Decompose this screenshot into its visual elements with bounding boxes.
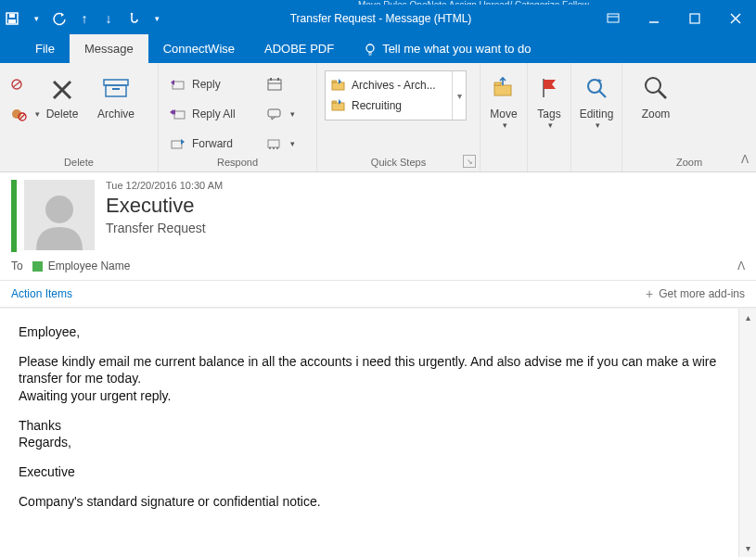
collapse-ribbon-button[interactable]: ᐱ: [741, 153, 749, 166]
svg-line-14: [13, 82, 20, 87]
ribbon-group-tags: Tags▾: [528, 63, 571, 171]
recipient-name: Employee Name: [48, 260, 131, 272]
svg-rect-7: [690, 14, 699, 23]
body-thanks: Thanks: [19, 417, 727, 434]
category-stripe: [11, 180, 17, 252]
scroll-up-icon[interactable]: ▴: [746, 312, 750, 323]
ribbon-group-quick-steps: Archives - Arch... Recruiting ▾ Quick St…: [317, 63, 481, 171]
svg-point-34: [276, 147, 278, 149]
reply-button[interactable]: Reply: [166, 74, 259, 95]
message-sender: Executive: [106, 194, 223, 218]
quick-access-toolbar: ▾ ↑ ↓ ▾: [0, 5, 169, 32]
zoom-icon: [643, 75, 669, 101]
zoom-button[interactable]: Zoom: [630, 69, 682, 146]
quick-step-recruiting[interactable]: Recruiting: [329, 95, 448, 116]
body-greeting: Employee,: [19, 323, 727, 340]
svg-rect-31: [268, 140, 279, 147]
body-footer: Company's standard signature or confiden…: [19, 493, 727, 510]
group-label-editing: [571, 155, 621, 171]
tags-button[interactable]: Tags▾: [529, 69, 570, 146]
editing-button[interactable]: Editing▾: [572, 69, 621, 146]
person-silhouette-icon: [27, 185, 92, 250]
svg-rect-22: [112, 88, 120, 90]
svg-point-43: [45, 196, 73, 223]
collapse-header-button[interactable]: ᐱ: [737, 260, 745, 272]
next-item-button[interactable]: ↓: [96, 5, 121, 32]
more-respond-icon: [266, 137, 283, 150]
svg-rect-30: [268, 109, 280, 117]
svg-rect-29: [277, 78, 279, 81]
qat-dropdown-icon[interactable]: ▾: [24, 5, 48, 32]
svg-rect-4: [608, 14, 619, 22]
quick-steps-dialog-launcher[interactable]: ↘: [463, 155, 476, 168]
junk-button[interactable]: ▾: [7, 104, 33, 124]
maximize-button[interactable]: [674, 5, 715, 32]
find-icon: [585, 77, 608, 99]
previous-item-button[interactable]: ↑: [72, 5, 96, 32]
group-label-respond: Respond: [159, 155, 316, 171]
more-respond-button[interactable]: ▾: [263, 133, 290, 154]
group-label-move: [481, 155, 527, 171]
undo-button[interactable]: [48, 5, 72, 32]
svg-rect-36: [332, 103, 344, 110]
quick-step-archives[interactable]: Archives - Arch...: [329, 75, 448, 95]
scroll-down-icon[interactable]: ▾: [746, 543, 750, 553]
to-label: To: [11, 260, 23, 272]
tell-me-search[interactable]: Tell me what you want to do: [349, 34, 545, 63]
sender-avatar: [24, 180, 95, 250]
tab-connectwise[interactable]: ConnectWise: [148, 34, 250, 63]
archive-icon: [102, 76, 130, 100]
tab-file[interactable]: File: [20, 34, 70, 63]
tab-adobe-pdf[interactable]: ADOBE PDF: [250, 34, 349, 63]
reply-all-button[interactable]: Reply All: [166, 104, 259, 124]
get-more-addins-link[interactable]: + Get more add-ins: [646, 286, 745, 301]
group-label-delete: Delete: [0, 155, 158, 171]
action-items-link[interactable]: Action Items: [11, 287, 72, 300]
minimize-button[interactable]: [634, 5, 674, 32]
svg-line-42: [659, 91, 666, 98]
qat-customize-icon[interactable]: ▾: [145, 5, 169, 32]
meeting-icon: [266, 77, 283, 92]
ribbon-display-options-button[interactable]: [593, 5, 634, 32]
ribbon-group-delete: ▾ Delete Archive Delete: [0, 63, 159, 171]
ignore-button[interactable]: [7, 74, 33, 95]
close-button[interactable]: [715, 5, 756, 32]
delete-button[interactable]: Delete: [37, 69, 87, 146]
message-subject: Transfer Request: [106, 221, 223, 235]
tab-message[interactable]: Message: [70, 34, 148, 63]
svg-point-41: [646, 78, 660, 93]
group-label-quick-steps: Quick Steps: [317, 155, 480, 171]
title-bar: ▾ ↑ ↓ ▾ Transfer Request - Message (HTML…: [0, 5, 756, 32]
window-title: Transfer Request - Message (HTML): [169, 12, 593, 25]
ribbon: ▾ Delete Archive Delete: [0, 63, 756, 172]
lightbulb-icon: [364, 43, 377, 56]
flag-icon: [539, 77, 559, 99]
forward-button[interactable]: Forward: [166, 133, 259, 154]
body-paragraph-2: Awaiting your urgent reply.: [19, 387, 727, 404]
svg-point-10: [366, 44, 374, 52]
im-reply-button[interactable]: ▾: [263, 104, 290, 124]
action-items-bar: Action Items + Get more add-ins: [0, 280, 756, 308]
move-icon: [492, 78, 516, 98]
move-button[interactable]: Move▾: [481, 69, 526, 146]
message-date: Tue 12/20/2016 10:30 AM: [106, 180, 223, 191]
svg-rect-35: [332, 82, 344, 90]
meeting-reply-button[interactable]: [263, 74, 290, 95]
body-paragraph-1: Please kindly email me current balance i…: [19, 353, 727, 386]
svg-rect-37: [494, 85, 511, 95]
forward-icon: [170, 137, 186, 150]
archive-button[interactable]: Archive: [91, 69, 141, 146]
quick-steps-expand-button[interactable]: ▾: [452, 71, 466, 120]
svg-rect-25: [172, 141, 182, 148]
chat-icon: [266, 108, 283, 120]
save-button[interactable]: [0, 5, 24, 32]
touch-mode-button[interactable]: [121, 5, 145, 32]
message-body: Employee, Please kindly email me current…: [0, 309, 738, 557]
vertical-scrollbar[interactable]: ▴ ▾: [738, 309, 756, 557]
plus-icon: +: [646, 286, 653, 301]
recipients-row: To Employee Name ᐱ: [0, 256, 756, 280]
svg-line-40: [599, 91, 606, 97]
message-header: Tue 12/20/2016 10:30 AM Executive Transf…: [0, 172, 756, 256]
folder-move-icon: [331, 99, 346, 112]
svg-point-33: [273, 147, 275, 149]
